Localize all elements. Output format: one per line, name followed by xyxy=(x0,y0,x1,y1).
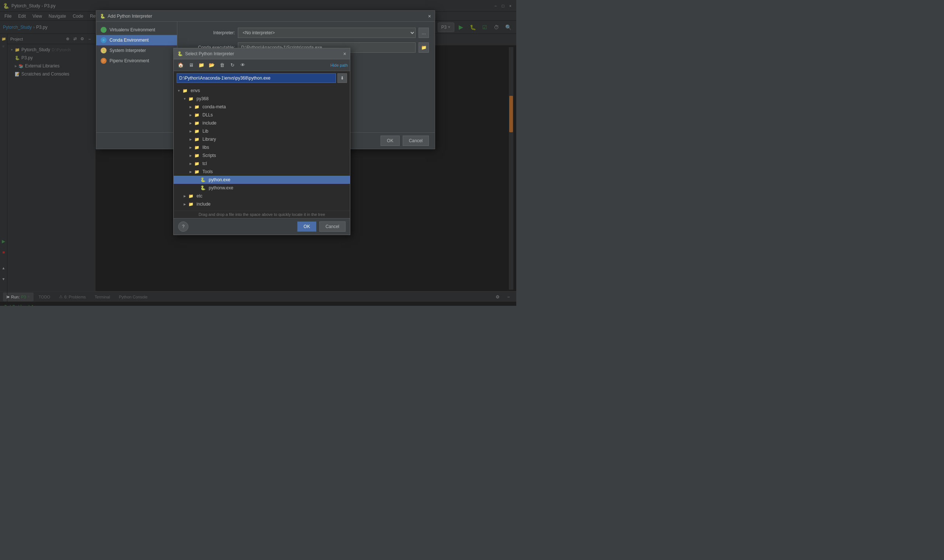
home-btn[interactable]: 🏠 xyxy=(176,60,185,70)
interpreter-browse-btn[interactable]: … xyxy=(418,28,429,38)
file-tree: ▼📁envs▼📁py368▶📁conda-meta▶📁DLLs▶📁include… xyxy=(174,85,350,210)
tree-item-label-12: pythonw.exe xyxy=(209,185,233,191)
drag-hint: Drag and drop a file into the space abov… xyxy=(174,210,350,218)
tree-item-label-3: DLLs xyxy=(202,112,213,117)
sidebar-system[interactable]: 🐍 System Interpreter xyxy=(96,45,177,55)
interpreter-select[interactable]: <No interpreter> xyxy=(238,28,416,38)
tree-item-label-14: include xyxy=(197,202,211,207)
sidebar-conda[interactable]: ○ Conda Environment xyxy=(96,35,177,45)
folder-icon: 📁 xyxy=(194,162,199,166)
folder-icon: 📁 xyxy=(194,137,199,142)
folder-up-btn[interactable]: 📁 xyxy=(197,60,206,70)
tree-item-label-13: etc xyxy=(197,194,202,198)
tree-item-label-2: conda-meta xyxy=(202,104,226,109)
tree-item-label-6: Library xyxy=(202,137,216,142)
virtualenv-icon xyxy=(101,27,106,33)
tree-chevron-icon: ▶ xyxy=(188,130,193,133)
hide-path-btn[interactable]: Hide path xyxy=(330,63,348,68)
tree-item-1[interactable]: ▼📁py368 xyxy=(174,95,350,103)
sidebar-conda-label: Conda Environment xyxy=(110,38,149,43)
dialog-add-cancel-btn[interactable]: Cancel xyxy=(403,135,429,146)
tree-chevron-icon: ▶ xyxy=(188,154,193,157)
tree-chevron-icon: ▶ xyxy=(188,138,193,141)
dialog-select-ok-btn[interactable]: OK xyxy=(297,222,316,232)
sidebar-virtualenv-label: Virtualenv Environment xyxy=(110,27,155,32)
tree-item-label-4: include xyxy=(202,120,216,126)
sidebar-pipenv[interactable]: P Pipenv Environment xyxy=(96,55,177,66)
tree-item-label-8: Scripts xyxy=(202,153,216,158)
sidebar-virtualenv[interactable]: Virtualenv Environment xyxy=(96,25,177,35)
folder-icon: 📁 xyxy=(194,113,199,117)
tree-chevron-icon: ▶ xyxy=(188,146,193,149)
tree-chevron-icon: ▶ xyxy=(188,122,193,125)
tree-item-4[interactable]: ▶📁include xyxy=(174,119,350,127)
pipenv-icon: P xyxy=(101,58,106,64)
tree-chevron-icon: ▼ xyxy=(182,97,187,101)
folder-icon: 📁 xyxy=(194,105,199,109)
dialog-add-title: 🐍 Add Python Interpreter xyxy=(100,14,152,19)
conda-icon: ○ xyxy=(101,37,106,43)
folder-icon: 📁 xyxy=(194,121,199,126)
tree-chevron-icon: ▶ xyxy=(188,170,193,174)
help-btn[interactable]: ? xyxy=(178,222,188,232)
exe-icon: 🐍 xyxy=(200,177,206,182)
folder-icon: 📁 xyxy=(194,129,199,134)
new-folder-btn[interactable]: 📂 xyxy=(207,60,216,70)
dialog-add-ok-btn[interactable]: OK xyxy=(381,135,400,146)
folder-icon: 📁 xyxy=(188,202,194,207)
tree-item-2[interactable]: ▶📁conda-meta xyxy=(174,103,350,111)
dialog-add-title-text: Add Python Interpreter xyxy=(108,14,152,19)
folder-icon: 📁 xyxy=(182,88,188,93)
folder-icon: 📁 xyxy=(194,145,199,150)
dialog-add-titlebar: 🐍 Add Python Interpreter × xyxy=(96,11,435,22)
dialog-add-close-btn[interactable]: × xyxy=(428,13,431,19)
tree-item-label-0: envs xyxy=(191,88,200,93)
tree-chevron-icon: ▶ xyxy=(182,194,187,198)
desktop-btn[interactable]: 🖥 xyxy=(186,60,196,70)
path-input-row: ⬇ xyxy=(174,71,350,85)
dialog-select-interpreter: 🐍 Select Python Interpreter × 🏠 🖥 📁 📂 🗑 … xyxy=(173,48,350,235)
path-download-btn[interactable]: ⬇ xyxy=(338,73,347,83)
toggle-hidden-btn[interactable]: 👁 xyxy=(238,60,247,70)
path-input[interactable] xyxy=(177,73,336,83)
tree-item-3[interactable]: ▶📁DLLs xyxy=(174,111,350,119)
tree-item-label-9: tcl xyxy=(202,161,207,166)
folder-icon: 📁 xyxy=(188,194,194,198)
tree-item-13[interactable]: ▶📁etc xyxy=(174,192,350,200)
tree-item-8[interactable]: ▶📁Scripts xyxy=(174,151,350,160)
dialog-select-title-left: 🐍 Select Python Interpreter xyxy=(177,51,234,56)
dialog-add-icon: 🐍 xyxy=(100,14,105,19)
system-icon: 🐍 xyxy=(101,48,106,54)
tree-item-7[interactable]: ▶📁libs xyxy=(174,143,350,151)
sidebar-pipenv-label: Pipenv Environment xyxy=(110,58,149,63)
dialog-select-close-btn[interactable]: × xyxy=(343,51,346,57)
tree-item-0[interactable]: ▼📁envs xyxy=(174,86,350,95)
folder-icon: 📁 xyxy=(194,169,199,174)
tree-item-11[interactable]: 🐍python.exe xyxy=(174,176,350,184)
dialog-select-titlebar: 🐍 Select Python Interpreter × xyxy=(174,48,350,59)
refresh-btn[interactable]: ↻ xyxy=(228,60,237,70)
tree-item-5[interactable]: ▶📁Lib xyxy=(174,127,350,135)
folder-icon: 📁 xyxy=(194,153,199,158)
tree-item-14[interactable]: ▶📁include xyxy=(174,200,350,208)
tree-item-6[interactable]: ▶📁Library xyxy=(174,135,350,143)
dialog-select-title-text: Select Python Interpreter xyxy=(185,51,234,56)
tree-item-label-7: libs xyxy=(202,145,209,150)
delete-btn[interactable]: 🗑 xyxy=(217,60,227,70)
tree-chevron-icon: ▶ xyxy=(188,162,193,165)
dialog-sidebar: Virtualenv Environment ○ Conda Environme… xyxy=(96,22,177,132)
tree-item-label-10: Tools xyxy=(202,169,213,174)
folder-icon: 📁 xyxy=(188,97,194,101)
tree-item-9[interactable]: ▶📁tcl xyxy=(174,160,350,168)
interpreter-label: Interpreter: xyxy=(183,30,235,35)
sidebar-system-label: System Interpreter xyxy=(110,48,146,53)
interpreter-row: Interpreter: <No interpreter> … xyxy=(183,28,429,38)
dialog-select-icon: 🐍 xyxy=(177,51,183,56)
tree-item-12[interactable]: 🐍pythonw.exe xyxy=(174,184,350,192)
dialog-select-cancel-btn[interactable]: Cancel xyxy=(319,222,346,232)
dialog-select-footer: ? OK Cancel xyxy=(174,218,350,235)
exe-icon: 🐍 xyxy=(200,185,206,191)
conda-executable-browse-btn[interactable]: 📁 xyxy=(418,42,429,53)
tree-chevron-icon: ▼ xyxy=(177,89,181,92)
tree-item-10[interactable]: ▶📁Tools xyxy=(174,168,350,176)
